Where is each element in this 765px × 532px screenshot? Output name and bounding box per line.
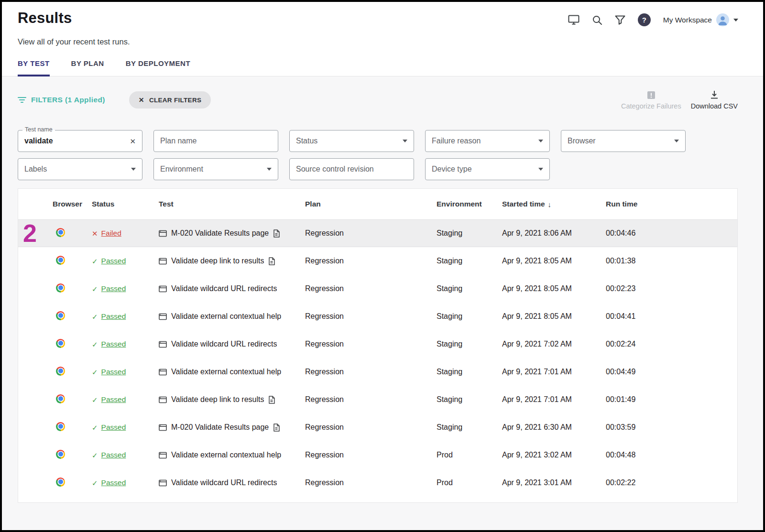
status-link[interactable]: Passed — [101, 312, 126, 321]
status-link[interactable]: Passed — [101, 340, 126, 348]
run-time-cell: 00:04:49 — [606, 368, 737, 376]
status-link[interactable]: Passed — [101, 423, 126, 432]
table-row[interactable]: ✓ Passed M-020 Validate Results page Reg… — [18, 413, 737, 441]
tab-by-deployment[interactable]: BY DEPLOYMENT — [126, 59, 190, 76]
plan-cell: Regression — [305, 229, 437, 238]
environment-cell: Staging — [437, 284, 502, 293]
browser-dropdown-label: Browser — [568, 137, 674, 145]
status-link[interactable]: Passed — [101, 395, 126, 404]
run-time-cell: 00:02:23 — [606, 284, 737, 293]
help-icon[interactable]: ? — [638, 13, 651, 26]
avatar — [716, 13, 729, 26]
chevron-down-icon — [403, 140, 407, 142]
row-gutter — [18, 441, 53, 469]
run-time-cell: 00:03:59 — [606, 423, 737, 432]
labels-dropdown-label: Labels — [24, 165, 131, 174]
filter-icon[interactable] — [615, 15, 625, 25]
status-link[interactable]: Failed — [101, 229, 121, 238]
plan-name-input[interactable] — [160, 137, 272, 145]
table-row[interactable]: 2 ✕ Failed M-020 Validate Results page R… — [18, 219, 737, 247]
source-control-revision-input[interactable] — [296, 165, 407, 174]
plan-name-field[interactable] — [153, 130, 278, 152]
environment-cell: Staging — [437, 368, 502, 376]
workspace-menu[interactable]: My Workspace — [663, 13, 738, 26]
status-cell: ✓ Passed — [92, 284, 159, 293]
clear-test-name-icon[interactable]: ✕ — [130, 138, 136, 145]
plan-cell: Regression — [305, 340, 437, 348]
test-cell: Validate external contextual help — [159, 368, 305, 376]
plan-cell: Regression — [305, 257, 437, 265]
status-link[interactable]: Passed — [101, 451, 126, 459]
tab-by-test[interactable]: BY TEST — [18, 59, 50, 76]
monitor-icon[interactable] — [568, 15, 579, 25]
test-cell: M-020 Validate Results page — [159, 423, 305, 432]
status-icon: ✓ — [92, 313, 98, 320]
plan-cell: Regression — [305, 284, 437, 293]
document-icon[interactable] — [273, 423, 280, 432]
categorize-failures-button[interactable]: Categorize Failures — [621, 91, 681, 110]
test-name: Validate deep link to results — [171, 395, 264, 404]
table-row[interactable]: ✓ Passed Validate wildcard URL redirects… — [18, 469, 737, 497]
row-gutter — [18, 275, 53, 303]
status-link[interactable]: Passed — [101, 257, 126, 265]
table-row[interactable]: ✓ Passed Validate wildcard URL redirects… — [18, 275, 737, 303]
status-dropdown[interactable]: Status — [289, 130, 414, 152]
test-name-input[interactable] — [24, 137, 130, 145]
page-subtitle: View all of your recent test runs. — [18, 37, 763, 46]
tab-by-plan[interactable]: BY PLAN — [71, 59, 104, 76]
document-icon[interactable] — [273, 229, 280, 238]
labels-dropdown[interactable]: Labels — [18, 158, 142, 180]
test-cell: Validate deep link to results — [159, 395, 305, 404]
column-header-run-time[interactable]: Run time — [606, 200, 737, 208]
chevron-down-icon — [733, 19, 738, 22]
column-header-started-time[interactable]: Started time ↓ — [502, 200, 606, 208]
page-title: Results — [18, 10, 72, 27]
source-control-revision-field[interactable] — [289, 158, 414, 180]
search-icon[interactable] — [592, 15, 602, 25]
row-gutter — [18, 386, 53, 413]
chrome-browser-icon — [56, 283, 65, 293]
plan-cell: Regression — [305, 451, 437, 459]
device-type-dropdown[interactable]: Device type — [425, 158, 550, 180]
status-link[interactable]: Passed — [101, 284, 126, 293]
document-icon[interactable] — [268, 257, 275, 265]
started-time-cell: Apr 9, 2021 8:06 AM — [502, 229, 606, 238]
status-link[interactable]: Passed — [101, 478, 126, 487]
column-header-test[interactable]: Test — [159, 200, 305, 208]
filters-summary[interactable]: FILTERS (1 Applied) — [18, 96, 105, 104]
results-table-body: 2 ✕ Failed M-020 Validate Results page R… — [18, 219, 737, 497]
status-icon: ✕ — [92, 230, 98, 237]
table-row[interactable]: ✓ Passed Validate external contextual he… — [18, 303, 737, 330]
row-gutter — [18, 358, 53, 386]
column-header-environment[interactable]: Environment — [437, 200, 502, 208]
table-row[interactable]: ✓ Passed Validate deep link to results R… — [18, 247, 737, 275]
document-icon[interactable] — [268, 396, 275, 404]
clear-filters-button[interactable]: ✕ CLEAR FILTERS — [129, 91, 211, 109]
test-name: M-020 Validate Results page — [171, 423, 269, 432]
test-cell: M-020 Validate Results page — [159, 229, 305, 238]
table-row[interactable]: ✓ Passed Validate external contextual he… — [18, 441, 737, 469]
plan-cell: Regression — [305, 395, 437, 404]
filter-lines-icon — [18, 97, 26, 103]
column-header-browser: Browser — [53, 200, 92, 208]
table-row[interactable]: ✓ Passed Validate external contextual he… — [18, 358, 737, 386]
environment-dropdown[interactable]: Environment — [153, 158, 278, 180]
browser-dropdown[interactable]: Browser — [561, 130, 686, 152]
status-cell: ✓ Passed — [92, 340, 159, 348]
test-name: Validate deep link to results — [171, 257, 264, 265]
column-header-plan[interactable]: Plan — [305, 200, 437, 208]
table-row[interactable]: ✓ Passed Validate wildcard URL redirects… — [18, 330, 737, 358]
status-icon: ✓ — [92, 369, 98, 376]
status-cell: ✕ Failed — [92, 229, 159, 238]
started-time-cell: Apr 9, 2021 3:02 AM — [502, 451, 606, 459]
tab-bar: BY TEST BY PLAN BY DEPLOYMENT — [2, 59, 763, 76]
status-link[interactable]: Passed — [101, 368, 126, 376]
column-header-status[interactable]: Status — [92, 200, 159, 208]
test-name-field[interactable]: Test name ✕ — [18, 130, 142, 152]
failure-reason-dropdown[interactable]: Failure reason — [425, 130, 550, 152]
chrome-browser-icon — [56, 256, 65, 265]
table-row[interactable]: ✓ Passed Validate deep link to results R… — [18, 386, 737, 413]
download-csv-button[interactable]: Download CSV — [691, 90, 738, 110]
chevron-down-icon — [131, 168, 136, 171]
device-type-dropdown-label: Device type — [432, 165, 538, 174]
